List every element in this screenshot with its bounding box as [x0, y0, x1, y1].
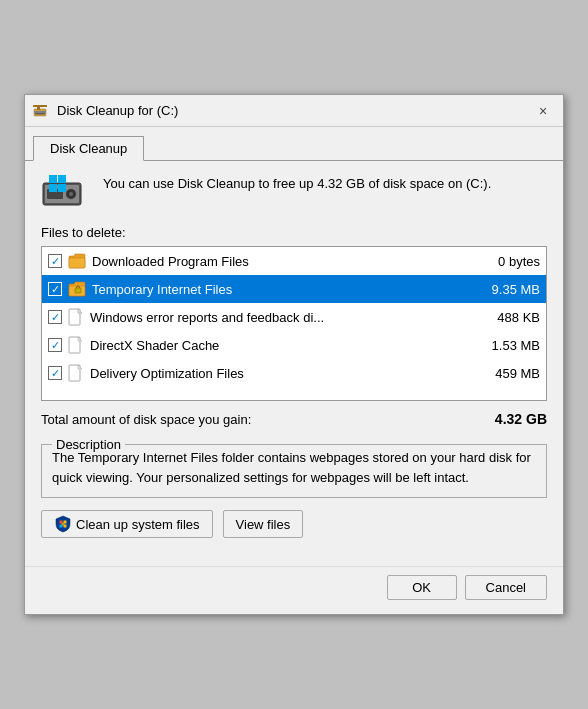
svg-rect-16 — [75, 288, 81, 293]
shield-icon — [54, 515, 72, 533]
folder-icon — [68, 253, 86, 269]
svg-rect-4 — [33, 105, 47, 107]
ok-button[interactable]: OK — [387, 575, 457, 600]
cleanup-system-files-button[interactable]: Clean up system files — [41, 510, 213, 538]
file-name-delivery: Delivery Optimization Files — [90, 366, 474, 381]
checkbox-downloaded[interactable]: ✓ — [48, 254, 62, 268]
checkbox-delivery[interactable]: ✓ — [48, 366, 62, 380]
hard-drive-icon — [41, 175, 91, 211]
file-size-directx: 1.53 MB — [480, 338, 540, 353]
total-value: 4.32 GB — [495, 411, 547, 427]
table-row[interactable]: ✓ Downloaded Program Files 0 bytes — [42, 247, 546, 275]
tab-disk-cleanup[interactable]: Disk Cleanup — [33, 136, 144, 161]
svg-rect-10 — [49, 175, 57, 183]
svg-rect-2 — [35, 113, 45, 115]
svg-rect-1 — [34, 111, 46, 113]
table-row[interactable]: ✓ DirectX Shader Cache 1.53 MB — [42, 331, 546, 359]
checkbox-win-error[interactable]: ✓ — [48, 310, 62, 324]
description-text: The Temporary Internet Files folder cont… — [52, 448, 536, 487]
description-group: Description The Temporary Internet Files… — [41, 437, 547, 498]
title-bar: Disk Cleanup for (C:) × — [25, 95, 563, 127]
files-to-delete-label: Files to delete: — [41, 225, 547, 240]
svg-rect-11 — [58, 175, 66, 183]
file-size-temp-inet: 9.35 MB — [480, 282, 540, 297]
lock-folder-icon — [68, 281, 86, 297]
intro-text: You can use Disk Cleanup to free up 4.32… — [103, 175, 491, 193]
svg-point-9 — [69, 192, 73, 196]
file-size-downloaded: 0 bytes — [480, 254, 540, 269]
close-button[interactable]: × — [531, 99, 555, 123]
bottom-row: OK Cancel — [25, 566, 563, 614]
file-list[interactable]: ✓ Downloaded Program Files 0 bytes ✓ — [41, 246, 547, 401]
doc-icon — [68, 364, 84, 382]
svg-rect-14 — [69, 258, 85, 268]
file-name-win-error: Windows error reports and feedback di... — [90, 310, 474, 325]
file-size-delivery: 459 MB — [480, 366, 540, 381]
svg-rect-13 — [58, 184, 66, 192]
file-name-downloaded: Downloaded Program Files — [92, 254, 474, 269]
checkbox-temp-inet[interactable]: ✓ — [48, 282, 62, 296]
svg-rect-12 — [49, 184, 57, 192]
disk-cleanup-dialog: Disk Cleanup for (C:) × Disk Cleanup — [24, 94, 564, 615]
doc-icon — [68, 308, 84, 326]
doc-icon — [68, 336, 84, 354]
disk-cleanup-icon — [33, 102, 51, 120]
table-row[interactable]: ✓ Temporary Internet Files 9.35 MB — [42, 275, 546, 303]
action-row: Clean up system files View files — [41, 510, 547, 538]
main-content: You can use Disk Cleanup to free up 4.32… — [25, 160, 563, 566]
table-row[interactable]: ✓ Delivery Optimization Files 459 MB — [42, 359, 546, 387]
intro-section: You can use Disk Cleanup to free up 4.32… — [41, 175, 547, 211]
tab-bar: Disk Cleanup — [25, 127, 563, 160]
view-files-button[interactable]: View files — [223, 510, 304, 538]
title-bar-left: Disk Cleanup for (C:) — [33, 102, 178, 120]
file-name-temp-inet: Temporary Internet Files — [92, 282, 474, 297]
svg-point-24 — [62, 523, 65, 526]
cleanup-label: Clean up system files — [76, 517, 200, 532]
checkbox-directx[interactable]: ✓ — [48, 338, 62, 352]
file-size-win-error: 488 KB — [480, 310, 540, 325]
window-title: Disk Cleanup for (C:) — [57, 103, 178, 118]
total-row: Total amount of disk space you gain: 4.3… — [41, 411, 547, 427]
file-name-directx: DirectX Shader Cache — [90, 338, 474, 353]
cancel-button[interactable]: Cancel — [465, 575, 547, 600]
table-row[interactable]: ✓ Windows error reports and feedback di.… — [42, 303, 546, 331]
total-label: Total amount of disk space you gain: — [41, 412, 251, 427]
view-files-label: View files — [236, 517, 291, 532]
